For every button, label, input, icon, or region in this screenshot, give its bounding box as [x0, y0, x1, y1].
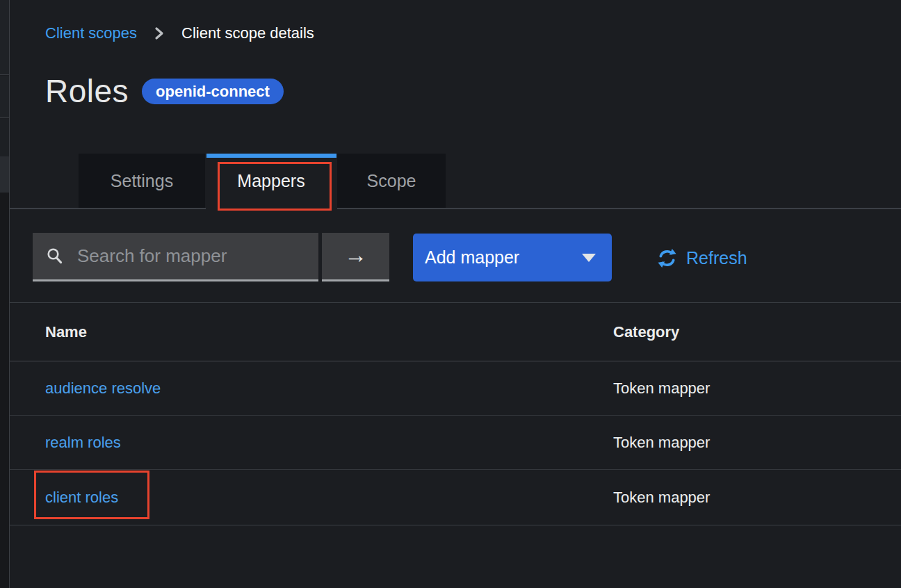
- search-icon: [46, 247, 64, 266]
- search-submit-button[interactable]: →: [322, 233, 389, 281]
- nav-sidebar-edge-segment: [0, 156, 9, 193]
- nav-sidebar-edge-segment: [0, 76, 9, 118]
- table-row-realm-roles: realm roles Token mapper: [10, 416, 901, 470]
- page-header: Roles openid-connect: [45, 72, 284, 110]
- table-row-client-roles: client roles Token mapper: [10, 470, 901, 525]
- nav-sidebar-edge-segment: [0, 0, 9, 75]
- nav-sidebar-edge-segment: [0, 193, 9, 588]
- nav-sidebar-edge-segment: [0, 119, 9, 156]
- breadcrumb: Client scopes Client scope details: [45, 23, 314, 44]
- table-header-row: Name Category: [10, 302, 901, 361]
- caret-down-icon: [582, 254, 596, 262]
- mapper-category: Token mapper: [613, 434, 710, 452]
- search-mapper-field: [33, 233, 318, 281]
- nav-sidebar-edge: [0, 0, 9, 588]
- mapper-link-client-roles[interactable]: client roles: [45, 489, 118, 507]
- table-row-audience-resolve: audience resolve Token mapper: [10, 361, 901, 416]
- breadcrumb-link-client-scopes[interactable]: Client scopes: [45, 24, 137, 42]
- tab-settings-label: Settings: [111, 171, 173, 191]
- mappers-table: Name Category audience resolve Token map…: [10, 302, 901, 525]
- breadcrumb-current: Client scope details: [181, 24, 314, 42]
- search-input[interactable]: [77, 245, 318, 267]
- mapper-link-audience-resolve[interactable]: audience resolve: [45, 379, 161, 398]
- tab-scope-label: Scope: [367, 171, 416, 191]
- sync-icon: [656, 247, 678, 269]
- column-header-category: Category: [613, 323, 679, 341]
- tab-bottom-border: [10, 208, 206, 209]
- add-mapper-label: Add mapper: [425, 247, 519, 268]
- tab-scope[interactable]: Scope: [337, 154, 446, 209]
- column-header-name: Name: [45, 323, 87, 341]
- refresh-label: Refresh: [686, 248, 747, 268]
- mapper-category: Token mapper: [613, 379, 710, 398]
- tab-mappers-label: Mappers: [237, 171, 305, 191]
- page-title: Roles: [45, 72, 129, 110]
- angle-right-icon: [154, 26, 164, 40]
- tab-bottom-border: [337, 208, 901, 209]
- mapper-category: Token mapper: [613, 489, 710, 507]
- refresh-button[interactable]: Refresh: [656, 245, 747, 271]
- protocol-badge: openid-connect: [142, 79, 284, 104]
- mapper-link-realm-roles[interactable]: realm roles: [45, 434, 121, 452]
- tab-mappers[interactable]: Mappers: [205, 154, 337, 209]
- active-tab-indicator: [206, 154, 336, 158]
- add-mapper-button[interactable]: Add mapper: [413, 234, 612, 281]
- arrow-right-icon: →: [344, 243, 367, 269]
- tab-settings[interactable]: Settings: [79, 154, 205, 209]
